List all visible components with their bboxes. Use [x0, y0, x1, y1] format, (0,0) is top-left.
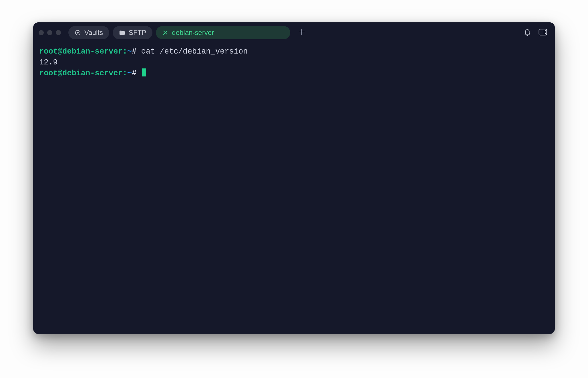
prompt-path: ~ [127, 47, 132, 56]
svg-point-8 [545, 30, 546, 31]
panel-toggle-button[interactable] [539, 28, 547, 37]
titlebar-actions [523, 28, 549, 37]
prompt-symbol: # [132, 47, 136, 56]
tab-label: SFTP [129, 29, 146, 37]
svg-point-9 [545, 32, 546, 33]
cursor [142, 68, 146, 76]
svg-point-1 [77, 32, 79, 34]
window-zoom-button[interactable] [56, 30, 61, 35]
terminal-output[interactable]: root@debian-server:~# cat /etc/debian_ve… [33, 43, 555, 334]
sidebar-icon [539, 29, 547, 37]
prompt-user-host: root@debian-server: [39, 47, 127, 56]
tab-vaults[interactable]: Vaults [68, 26, 109, 39]
svg-point-10 [545, 33, 546, 34]
bell-icon [524, 28, 531, 37]
command-text: cat /etc/debian_version [141, 47, 248, 56]
prompt-path: ~ [127, 69, 132, 78]
tab-label: Vaults [84, 29, 103, 37]
vaults-icon [75, 29, 81, 36]
notifications-button[interactable] [523, 28, 532, 37]
output-line: 12.9 [39, 58, 58, 67]
close-icon[interactable] [162, 29, 168, 36]
tab-debian-server[interactable]: debian-server [156, 26, 290, 39]
tab-sftp[interactable]: SFTP [113, 26, 152, 39]
titlebar: Vaults SFTP [33, 23, 555, 43]
new-tab-button[interactable] [295, 26, 308, 39]
window-close-button[interactable] [39, 30, 44, 35]
window-minimize-button[interactable] [47, 30, 52, 35]
tab-bar: Vaults SFTP [68, 26, 308, 39]
prompt-user-host: root@debian-server: [39, 69, 127, 78]
plus-icon [299, 28, 305, 37]
tab-label: debian-server [172, 29, 214, 37]
folder-icon [119, 29, 125, 36]
terminal-window: Vaults SFTP [33, 22, 555, 334]
prompt-symbol: # [132, 69, 136, 78]
window-controls [39, 30, 61, 35]
